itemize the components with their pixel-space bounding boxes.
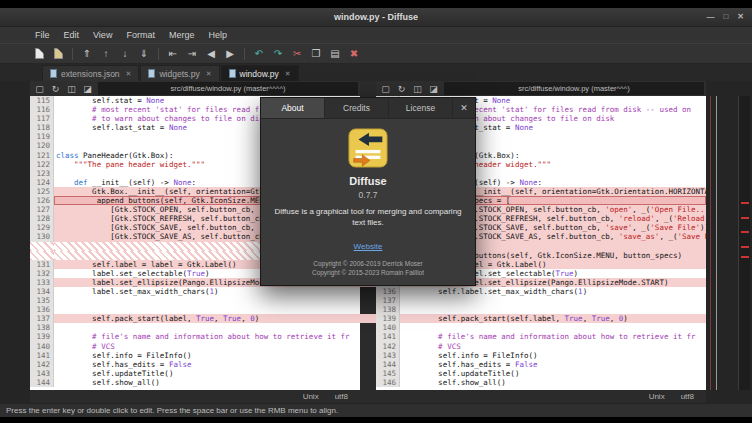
toolbar-cut-button[interactable]: ✂ (288, 45, 306, 62)
code-line[interactable]: 139 self.pack_start(self.label, True, Tr… (376, 314, 706, 323)
toolbar-new-file-button[interactable] (30, 45, 48, 62)
code-line[interactable]: 137 self.pack_start(label, True, True, 0… (30, 314, 360, 323)
toolbar-copy-selection-right-button[interactable]: ⇥ (183, 45, 201, 62)
code-line[interactable]: 141 # file's name and information about … (376, 332, 706, 341)
code-line[interactable]: 138 (30, 323, 360, 332)
tab-close-icon[interactable]: ✕ (285, 70, 291, 78)
code-line[interactable]: 136 (30, 305, 360, 314)
diff-map[interactable] (738, 96, 750, 390)
line-text: self.label.set_max_width_chars(1) (400, 287, 706, 296)
line-number: 144 (30, 378, 54, 387)
toolbar-first-difference-button[interactable]: ⇑ (78, 45, 96, 62)
code-line[interactable]: 143 self.updateTitle() (30, 369, 360, 378)
menu-file[interactable]: File (28, 30, 57, 40)
website-link[interactable]: Website (354, 242, 383, 251)
toolbar-open-file-button[interactable] (49, 45, 67, 62)
diffuse-logo-icon (347, 127, 389, 169)
pane-save-button[interactable]: ◫ (410, 82, 425, 95)
close-button[interactable]: ✕ (737, 13, 744, 21)
code-line[interactable]: 142 # VCS (376, 342, 706, 351)
code-line[interactable]: 141 self.info = FileInfo() (30, 351, 360, 360)
dialog-tab-license[interactable]: License (389, 98, 453, 118)
toolbar-separator (244, 48, 245, 60)
tab-widgets.py[interactable]: widgets.py✕ (140, 65, 219, 81)
undo-icon: ↶ (255, 49, 263, 59)
status-bar: Press the enter key or double click to e… (0, 403, 752, 417)
line-number: 143 (376, 351, 400, 360)
scroll-guide (716, 96, 717, 390)
line-text: self.info = FileInfo() (400, 351, 706, 360)
maximize-button[interactable]: □ (723, 13, 728, 21)
code-line[interactable]: 143 self.info = FileInfo() (376, 351, 706, 360)
pane-save-as-button[interactable]: ◪ (426, 82, 441, 95)
menu-format[interactable]: Format (119, 30, 162, 40)
tab-window.py[interactable]: window.py✕ (221, 65, 299, 81)
minimize-button[interactable]: — (706, 13, 714, 21)
line-number: 121 (30, 151, 54, 160)
app-description: Diffuse is a graphical tool for merging … (271, 207, 465, 229)
line-number: 124 (30, 178, 54, 187)
pane-open-button[interactable]: ▢ (378, 82, 393, 95)
menu-help[interactable]: Help (201, 30, 234, 40)
line-text: self.show_all() (54, 378, 360, 387)
code-line[interactable]: 144 self.show_all() (30, 378, 360, 387)
code-line[interactable]: 144 self.has_edits = False (376, 360, 706, 369)
right-pane-title: src/diffuse/window.py (master^^^) (444, 82, 704, 95)
next-difference-icon: ↓ (123, 49, 128, 59)
code-line[interactable]: 142 self.has_edits = False (30, 360, 360, 369)
line-number: 130 (30, 232, 54, 241)
line-text (54, 323, 360, 332)
pane-save-as-button[interactable]: ◪ (80, 82, 95, 95)
toolbar-paste-button[interactable]: ▤ (326, 45, 344, 62)
code-line[interactable]: 134 label.set_max_width_chars(1) (30, 287, 360, 296)
toolbar-shift-pane-right-button[interactable]: ▶ (221, 45, 239, 62)
menu-view[interactable]: View (86, 30, 119, 40)
line-text: self.pack_start(self.label, True, True, … (400, 314, 706, 323)
toolbar-last-difference-button[interactable]: ⇓ (135, 45, 153, 62)
file-icon (50, 69, 57, 78)
menu-merge[interactable]: Merge (162, 30, 202, 40)
code-line[interactable]: 139 # file's name and information about … (30, 332, 360, 341)
left-pane-status: Unixutf8 (30, 390, 360, 403)
code-line[interactable]: 135 (30, 296, 360, 305)
toolbar-copy-button[interactable]: ❐ (307, 45, 325, 62)
code-line[interactable]: 145 self.updateTitle() (376, 369, 706, 378)
line-number: 128 (30, 214, 54, 223)
toolbar-previous-difference-button[interactable]: ↑ (97, 45, 115, 62)
dialog-close-button[interactable]: ✕ (453, 98, 475, 118)
code-line[interactable]: 136 self.label.set_max_width_chars(1) (376, 287, 706, 296)
line-text (54, 296, 360, 305)
tab-close-icon[interactable]: ✕ (206, 70, 212, 78)
line-text: # VCS (54, 342, 360, 351)
dialog-tab-credits[interactable]: Credits (325, 98, 389, 118)
toolbar-next-difference-button[interactable]: ↓ (116, 45, 134, 62)
code-line[interactable]: 137 (376, 296, 706, 305)
line-number: 116 (30, 105, 54, 114)
tab-close-icon[interactable]: ✕ (126, 70, 132, 78)
previous-difference-icon: ↑ (104, 49, 109, 59)
line-number: 131 (30, 260, 54, 269)
dialog-tab-about[interactable]: About (261, 98, 325, 118)
pane-reload-button[interactable]: ↻ (394, 82, 409, 95)
toolbar-clear-edits-button[interactable]: ✖ (345, 45, 363, 62)
pane-open-button[interactable]: ▢ (32, 82, 47, 95)
code-line[interactable]: 140 (376, 323, 706, 332)
menu-edit[interactable]: Edit (57, 30, 87, 40)
tab-extensions.json[interactable]: extensions.json✕ (42, 65, 139, 81)
code-line[interactable]: 146 self.show_all() (376, 378, 706, 387)
toolbar-copy-selection-left-button[interactable]: ⇤ (164, 45, 182, 62)
toolbar-undo-button[interactable]: ↶ (250, 45, 268, 62)
line-text (400, 305, 706, 314)
title-bar[interactable]: window.py - Diffuse —□✕ (0, 8, 752, 27)
encoding-label: utf8 (335, 392, 348, 401)
pane-save-button[interactable]: ◫ (64, 82, 79, 95)
pane-reload-button[interactable]: ↻ (48, 82, 63, 95)
code-line[interactable]: 140 # VCS (30, 342, 360, 351)
paste-icon: ▤ (330, 49, 339, 59)
line-number: 122 (30, 160, 54, 169)
toolbar-shift-pane-left-button[interactable]: ◀ (202, 45, 220, 62)
line-number: 118 (30, 123, 54, 132)
toolbar: ⇑↑↓⇓⇤⇥◀▶↶↷✂❐▤✖ (0, 43, 752, 64)
toolbar-redo-button[interactable]: ↷ (269, 45, 287, 62)
code-line[interactable]: 138 (376, 305, 706, 314)
